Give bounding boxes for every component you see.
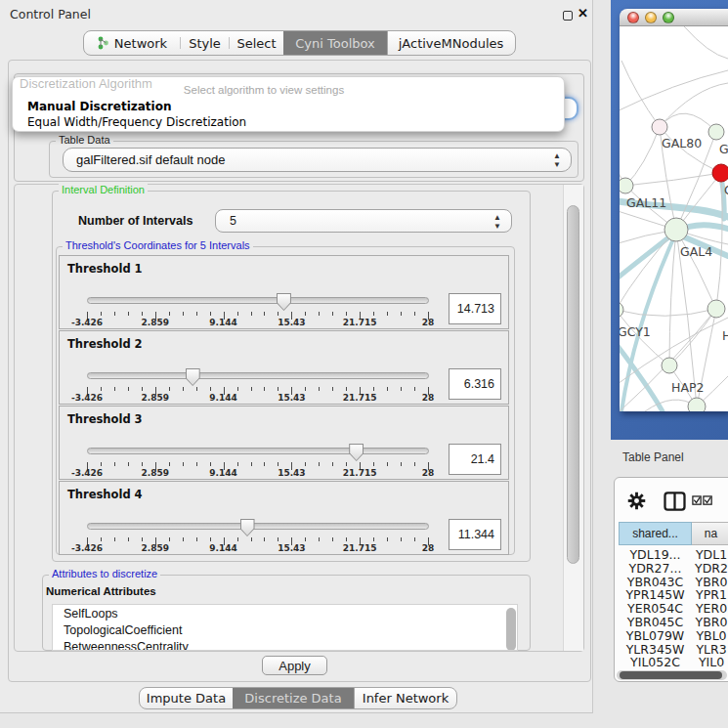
gear-tooth [635, 492, 638, 496]
table-hscrollbar-thumb[interactable] [620, 671, 722, 679]
network-node-label: GAL [719, 142, 728, 156]
tab-network[interactable]: Network [84, 31, 180, 55]
slider-track[interactable] [87, 372, 429, 379]
network-edge[interactable] [684, 26, 728, 59]
tab-discretize-data[interactable]: Discretize Data [233, 688, 354, 708]
network-node-gcy1[interactable] [620, 302, 623, 318]
numerical-attributes-list[interactable]: SelfLoopsTopologicalCoefficientBetweenne… [52, 604, 518, 651]
combobox-arrows-icon[interactable]: ▲▼ [553, 151, 561, 169]
table-row[interactable]: YDL19...YDL1 [615, 547, 728, 561]
tab-infer-network[interactable]: Infer Network [354, 688, 456, 708]
slider-thumb[interactable] [349, 444, 364, 461]
close-icon[interactable]: ✕ [578, 6, 588, 21]
slider-track[interactable] [87, 523, 429, 530]
interval-definition-label: Interval Definition [59, 184, 148, 195]
network-node[interactable] [688, 398, 706, 411]
network-node-gal4[interactable] [664, 218, 688, 241]
slider-thumb[interactable] [277, 293, 291, 311]
tab-select[interactable]: Select [230, 31, 283, 55]
slider-tick [142, 462, 143, 466]
threshold-value-field[interactable]: 6.316 [449, 368, 501, 400]
apply-button[interactable]: Apply [262, 656, 327, 675]
tab-style[interactable]: Style [181, 31, 229, 55]
network-edge[interactable] [620, 70, 728, 112]
tab-jactivemnodules[interactable]: jActiveMNodules [387, 31, 514, 55]
slider-tick [196, 537, 197, 541]
table-row[interactable]: YDR27...YDR2 [615, 561, 728, 575]
slider-track[interactable] [87, 297, 429, 304]
table-cell-shared-name: YLR345W [619, 642, 692, 657]
gear-icon[interactable] [627, 492, 646, 510]
network-node-gal11[interactable] [620, 178, 633, 193]
table-row[interactable]: YER054CYER0 [615, 601, 728, 615]
table-row[interactable]: YBL079WYBL0 [615, 628, 728, 642]
minimize-traffic-light[interactable] [645, 12, 657, 23]
slider-tick [114, 312, 115, 316]
table-column-name[interactable]: na [692, 522, 728, 545]
table-cell-name: YBL0 [692, 628, 728, 643]
checkboxes-icon[interactable] [692, 495, 713, 506]
table-row[interactable]: YIL052CYIL0 [615, 655, 728, 668]
scrollbar-thumb[interactable] [567, 205, 579, 564]
thresholds-group-label: Threshold's Coordinates for 5 Intervals [63, 239, 253, 251]
slider-thumb[interactable] [186, 368, 200, 386]
network-canvas[interactable]: GAL80GALCGAL11GAL4GCY1HHAP2 [620, 26, 728, 411]
slider-thumb[interactable] [240, 519, 255, 536]
slider-tick [101, 462, 102, 466]
network-node-hap2[interactable] [662, 358, 677, 373]
threshold-label: Threshold 3 [67, 412, 143, 426]
tab-cyni-toolbox[interactable]: Cyni Toolbox [283, 31, 387, 55]
slider-tick [251, 462, 252, 466]
table-row[interactable]: YBR045CYBR0 [615, 615, 728, 628]
slider-track[interactable] [87, 448, 429, 454]
table-hscrollbar-track[interactable] [617, 670, 727, 680]
network-edge[interactable] [625, 173, 721, 186]
threshold-value-field[interactable]: 21.4 [449, 444, 501, 475]
popup-item-manual[interactable]: Manual Discretization [27, 100, 171, 113]
attribute-item[interactable]: BetweennessCentrality [64, 640, 189, 651]
slider-tick [169, 462, 170, 466]
network-node-gal80[interactable] [652, 119, 667, 135]
split-pane-divider[interactable] [593, 0, 611, 728]
number-of-intervals-spinner[interactable]: 5 ▲▼ [215, 209, 512, 233]
network-edge[interactable] [660, 83, 728, 127]
float-icon[interactable] [563, 11, 573, 21]
network-edge-thick[interactable] [621, 233, 676, 411]
slider-scale-label: 9.144 [202, 543, 245, 553]
slider-tick [114, 387, 115, 391]
spinner-arrows-icon[interactable]: ▲▼ [493, 213, 501, 231]
table-cell-shared-name: YDR27... [619, 561, 692, 576]
table-row[interactable]: YLR345WYLR3 [615, 642, 728, 656]
table-row[interactable]: YPR145WYPR1 [615, 587, 728, 601]
attribute-item[interactable]: SelfLoops [64, 607, 118, 621]
threshold-value-field[interactable]: 14.713 [449, 293, 501, 324]
attr-list-scrollbar[interactable] [506, 608, 516, 651]
table-row[interactable]: YBR043CYBR0 [615, 575, 728, 588]
network-window-titlebar[interactable] [620, 9, 728, 26]
table-data-combobox[interactable]: galFiltered.sif default node ▲▼ [63, 148, 572, 172]
table-column-shared-name[interactable]: shared... [619, 522, 692, 545]
split-columns-icon[interactable] [664, 492, 686, 511]
tab-impute-data[interactable]: Impute Data [140, 688, 233, 708]
network-edge[interactable] [660, 113, 716, 132]
network-edge[interactable] [621, 61, 660, 127]
network-node-gal[interactable] [708, 124, 724, 140]
slider-tick [210, 312, 211, 316]
popup-item-equal-width[interactable]: Equal Width/Frequency Discretization [27, 115, 246, 129]
discretization-algorithm-label: Discretization Algorithm [20, 76, 152, 91]
network-node-c[interactable] [712, 164, 728, 182]
close-traffic-light[interactable] [627, 12, 639, 23]
slider-scale-label: 15.43 [270, 468, 313, 478]
threshold-label: Threshold 1 [67, 262, 143, 276]
network-edge[interactable] [625, 127, 660, 186]
attribute-item[interactable]: TopologicalCoefficient [64, 623, 182, 637]
table-cell-shared-name: YPR145W [619, 587, 692, 602]
table-cell-name: YDR2 [692, 561, 728, 576]
zoom-traffic-light[interactable] [663, 12, 674, 23]
slider-tick [278, 312, 278, 316]
network-node-h[interactable] [707, 300, 725, 318]
network-edge[interactable] [620, 309, 716, 316]
network-edge-thick[interactable] [620, 337, 663, 411]
gear-tooth [641, 499, 645, 502]
threshold-value-field[interactable]: 11.344 [449, 519, 501, 550]
